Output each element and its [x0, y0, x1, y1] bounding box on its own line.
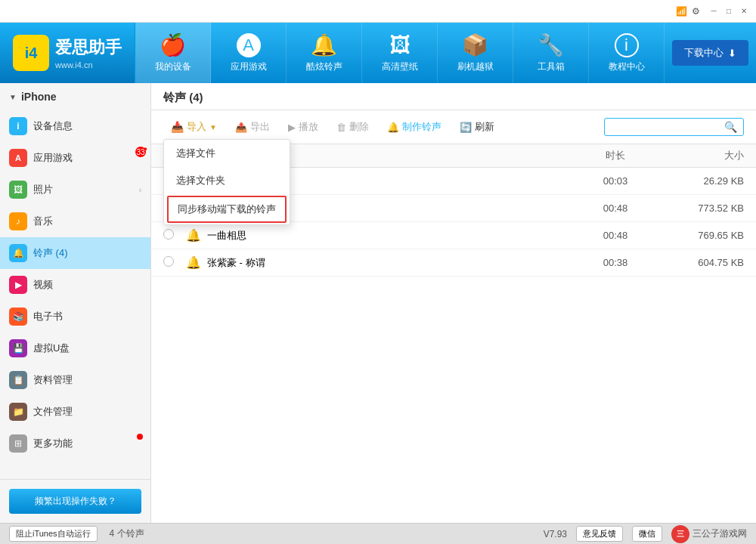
device-name: iPhone [21, 91, 57, 103]
logo-area: i4 爱思助手 www.i4.cn [0, 23, 135, 83]
play-label: 播放 [299, 120, 318, 134]
jailbreak-icon: 📦 [462, 32, 488, 57]
make-ringtone-label: 制作铃声 [402, 120, 442, 134]
sidebar-item-ringtones[interactable]: 🔔 铃声 (4) [0, 237, 150, 269]
row-duration-2: 00:48 [578, 202, 653, 214]
brand-name-label: 三公子游戏网 [692, 527, 747, 540]
row-check-4[interactable] [163, 256, 186, 269]
import-label: 导入 [187, 120, 206, 134]
tutorials-icon: i [615, 33, 639, 57]
search-input[interactable] [611, 122, 724, 133]
apps-label: 应用游戏 [33, 151, 141, 165]
nav-item-jailbreak[interactable]: 📦 刷机越狱 [438, 23, 513, 83]
table-row[interactable]: 🔔 张紫豪 - 称谓 00:38 604.75 KB [151, 249, 756, 277]
row-size-1: 26.29 KB [653, 175, 744, 187]
nav-item-tutorials[interactable]: i 教程中心 [589, 23, 665, 83]
search-box[interactable]: 🔍 [604, 118, 744, 136]
apps-badge-dot: ● [144, 145, 147, 153]
minimize-button[interactable]: ─ [708, 5, 720, 17]
sidebar-item-photos[interactable]: 🖼 照片 › [0, 174, 150, 206]
export-button[interactable]: 📤 导出 [228, 116, 277, 138]
music-icon: ♪ [9, 212, 27, 230]
refresh-icon: 🔄 [460, 122, 472, 133]
maximize-button[interactable]: □ [723, 5, 735, 17]
content-title: 铃声 (4) [151, 83, 756, 110]
row-name-3: 🔔 一曲相思 [186, 228, 578, 243]
row-duration-4: 00:38 [578, 257, 653, 268]
file-mgmt-icon: 📁 [9, 403, 27, 421]
sidebar-item-device-info[interactable]: i 设备信息 [0, 110, 150, 142]
sidebar-item-udisk[interactable]: 💾 虚拟U盘 [0, 332, 150, 364]
sidebar-item-more[interactable]: ⊞ 更多功能 [0, 428, 150, 459]
sidebar-item-apps[interactable]: A 应用游戏 33 ● [0, 142, 150, 174]
select-file-item[interactable]: 选择文件 [164, 140, 290, 167]
row-size-3: 769.65 KB [653, 230, 744, 241]
row-duration-3: 00:48 [578, 230, 653, 241]
play-button[interactable]: ▶ 播放 [280, 116, 326, 138]
make-ringtone-button[interactable]: 🔔 制作铃声 [380, 116, 449, 138]
device-arrow-icon: ▼ [9, 93, 17, 101]
top-nav: i4 爱思助手 www.i4.cn 🍎 我的设备 A 应用游戏 🔔 酷炫铃声 🖼… [0, 23, 756, 83]
download-icon: ⬇ [728, 48, 736, 59]
sidebar-item-video[interactable]: ▶ 视频 [0, 269, 150, 301]
jailbreak-label: 刷机越狱 [457, 60, 494, 73]
device-label[interactable]: ▼ iPhone [0, 83, 150, 110]
ebook-icon: 📚 [9, 308, 27, 326]
freq-btn[interactable]: 频繁出现操作失败？ [9, 489, 141, 514]
version-label: V7.93 [544, 529, 567, 539]
sync-mobile-item[interactable]: 同步移动端下载的铃声 [167, 196, 287, 223]
import-button[interactable]: 📥 导入 ▼ [163, 116, 225, 138]
sidebar-item-ebook[interactable]: 📚 电子书 [0, 301, 150, 332]
row-duration-1: 00:03 [578, 175, 653, 187]
brand-tag: 三 三公子游戏网 [671, 525, 747, 543]
more-badge-dot [137, 434, 143, 440]
ringtone-icon-4: 🔔 [186, 255, 201, 270]
search-icon: 🔍 [724, 121, 737, 133]
row-name-text-4: 张紫豪 - 称谓 [207, 256, 265, 270]
ebook-label: 电子书 [33, 310, 141, 323]
nav-item-apps-games[interactable]: A 应用游戏 [211, 23, 287, 83]
close-button[interactable]: ✕ [738, 5, 750, 17]
brand-name: 爱思助手 [55, 36, 122, 59]
ringtones-nav-icon: 🔔 [311, 32, 337, 57]
apps-games-label: 应用游戏 [231, 60, 267, 73]
main-layout: ▼ iPhone i 设备信息 A 应用游戏 33 ● 🖼 照片 › [0, 83, 756, 523]
content-area: 铃声 (4) 📥 导入 ▼ 📤 导出 ▶ 播放 🗑 删除 🔔 制作铃 [151, 83, 756, 523]
refresh-button[interactable]: 🔄 刷新 [452, 116, 502, 138]
device-info-icon: i [9, 117, 27, 135]
delete-icon: 🗑 [336, 122, 346, 133]
stop-itunes-button[interactable]: 阻止iTunes自动运行 [9, 526, 98, 542]
export-icon: 📤 [235, 122, 247, 133]
sidebar-item-music[interactable]: ♪ 音乐 [0, 206, 150, 237]
sidebar-item-file-mgmt[interactable]: 📁 文件管理 [0, 396, 150, 428]
make-ringtone-icon: 🔔 [387, 122, 399, 133]
photos-icon: 🖼 [9, 181, 27, 199]
row-name-4: 🔔 张紫豪 - 称谓 [186, 255, 578, 270]
nav-item-tools[interactable]: 🔧 工具箱 [513, 23, 589, 83]
nav-item-ringtones[interactable]: 🔔 酷炫铃声 [287, 23, 362, 83]
video-label: 视频 [33, 278, 141, 292]
radio-3 [163, 229, 174, 240]
row-name-text-3: 一曲相思 [207, 229, 246, 243]
row-check-3[interactable] [163, 229, 186, 242]
delete-button[interactable]: 🗑 删除 [329, 116, 376, 138]
nav-item-wallpaper[interactable]: 🖼 高清壁纸 [362, 23, 438, 83]
my-device-label: 我的设备 [155, 60, 191, 73]
status-bar: 阻止iTunes自动运行 4 个铃声 V7.93 意见反馈 微信 三 三公子游戏… [0, 523, 756, 544]
photos-arrow: › [139, 186, 141, 194]
nav-item-my-device[interactable]: 🍎 我的设备 [135, 23, 211, 83]
import-arrow-icon: ▼ [209, 123, 217, 131]
import-dropdown-menu: 选择文件 选择文件夹 同步移动端下载的铃声 [163, 139, 290, 225]
brand-logo: 三 [671, 525, 689, 543]
table-row[interactable]: 🔔 一曲相思 00:48 769.65 KB [151, 222, 756, 249]
wechat-button[interactable]: 微信 [632, 526, 662, 542]
data-mgmt-label: 资料管理 [33, 373, 141, 387]
sidebar-item-data-mgmt[interactable]: 📋 资料管理 [0, 364, 150, 396]
select-folder-item[interactable]: 选择文件夹 [164, 167, 290, 194]
feedback-button[interactable]: 意见反馈 [576, 526, 623, 542]
apps-icon: A [9, 149, 27, 167]
play-icon: ▶ [288, 122, 296, 133]
ringtone-icon-3: 🔔 [186, 228, 201, 243]
download-center-button[interactable]: 下载中心 ⬇ [672, 40, 748, 66]
row-size-4: 604.75 KB [653, 257, 744, 268]
